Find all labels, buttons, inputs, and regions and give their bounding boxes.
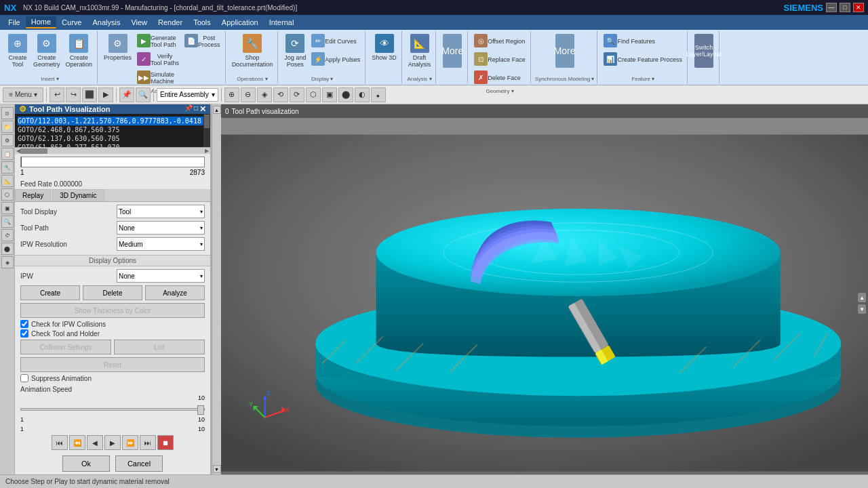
view-btn-4[interactable]: ⟳ — [290, 87, 304, 102]
code-scrollbar[interactable] — [203, 114, 210, 147]
assembly-dropdown[interactable]: Entire Assembly ▾ — [157, 88, 218, 102]
panel-pin-icon[interactable]: 📌 — [184, 104, 193, 114]
toolbar-btn-6[interactable]: 🔍 — [136, 87, 151, 102]
progress-bar[interactable] — [20, 157, 205, 167]
prev-button[interactable]: ◀ — [87, 435, 103, 450]
toolbar-btn-3[interactable]: ⬛ — [82, 87, 97, 102]
tab-replay[interactable]: Replay — [15, 189, 51, 201]
delete-button[interactable]: Delete — [83, 285, 142, 300]
scrollbar-horizontal[interactable]: ◀ ▶ — [15, 147, 210, 154]
properties-button[interactable]: ⚙ Properties — [102, 33, 134, 87]
generate-toolpath-button[interactable]: ▶ GenerateTool Path — [135, 33, 181, 50]
delete-face-button[interactable]: ✗ Delete Face — [472, 69, 528, 87]
menu-view[interactable]: View — [125, 17, 153, 28]
sidebar-btn-9[interactable]: 🔍 — [1, 216, 14, 228]
menu-render[interactable]: Render — [153, 17, 188, 28]
reset-button[interactable]: Reset — [20, 357, 205, 372]
close-button[interactable]: ✕ — [853, 3, 864, 12]
play-button[interactable]: ▶ — [104, 435, 121, 450]
list-button[interactable]: List — [114, 340, 205, 354]
more-display-button[interactable]: More — [440, 33, 465, 70]
next-fast-button[interactable]: ⏩ — [122, 435, 138, 450]
menu-application[interactable]: Application — [216, 17, 264, 28]
suppress-anim-checkbox[interactable] — [20, 374, 28, 382]
create-tool-button[interactable]: ⊕ CreateTool — [5, 33, 30, 69]
cancel-button[interactable]: Cancel — [115, 455, 163, 472]
toolbar-btn-2[interactable]: ↪ — [66, 87, 81, 102]
toolbar-btn-1[interactable]: ↩ — [50, 87, 64, 102]
menu-file[interactable]: File — [3, 17, 26, 28]
sidebar-btn-11[interactable]: ⬤ — [1, 243, 14, 255]
offset-region-button[interactable]: ◎ Offset Region — [472, 33, 528, 50]
sidebar-btn-10[interactable]: ⏱ — [1, 229, 14, 241]
show-3d-button[interactable]: 👁 Show 3D — [370, 33, 399, 62]
anim-slider-thumb[interactable] — [197, 405, 204, 415]
sidebar-btn-6[interactable]: 📐 — [1, 175, 14, 187]
sidebar-btn-12[interactable]: ◈ — [1, 256, 14, 268]
menu-analysis[interactable]: Analysis — [87, 17, 125, 28]
show-thickness-button[interactable]: Show Thickness by Color — [20, 303, 205, 318]
view-btn-2[interactable]: ◈ — [257, 87, 272, 102]
menu-tools[interactable]: Tools — [188, 17, 216, 28]
stop-button[interactable]: ⏹ — [157, 435, 174, 450]
tab-3d-dynamic[interactable]: 3D Dynamic — [52, 189, 104, 201]
viewport[interactable]: 0 Tool Path visualization — [221, 104, 868, 474]
sidebar-btn-2[interactable]: 📁 — [1, 121, 14, 133]
sidebar-btn-3[interactable]: ⚙ — [1, 134, 14, 146]
menu-home[interactable]: Home — [26, 16, 56, 28]
tool-display-select[interactable]: Tool ▾ — [117, 205, 205, 218]
create-button[interactable]: Create — [20, 285, 80, 300]
view-btn-3[interactable]: ⟲ — [273, 87, 288, 102]
sidebar-btn-1[interactable]: ⊙ — [1, 107, 14, 119]
ipw-res-label: IPW Resolution — [20, 241, 81, 248]
ipw-select[interactable]: None ▾ — [117, 269, 205, 283]
verify-toolpaths-button[interactable]: ✓ VerifyTool Paths — [135, 51, 181, 68]
view-btn-9[interactable]: ⬥ — [371, 87, 386, 102]
find-features-button[interactable]: 🔍 Find Features — [601, 33, 684, 50]
first-button[interactable]: ⏮ — [52, 435, 68, 450]
snap-btn[interactable]: ⊕ — [224, 87, 239, 102]
view-btn-8[interactable]: ◐ — [355, 87, 370, 102]
sidebar-btn-4[interactable]: 📋 — [1, 148, 14, 160]
replace-face-button[interactable]: ⊡ Replace Face — [472, 51, 528, 68]
edge-collapse-up[interactable]: ▲ — [213, 106, 221, 114]
draft-analysis-button[interactable]: 📐 DraftAnalysis — [406, 33, 433, 69]
tool-path-select[interactable]: None ▾ — [117, 221, 205, 235]
ok-button[interactable]: Ok — [62, 455, 110, 472]
toolbar-btn-4[interactable]: ▶ — [98, 87, 113, 102]
create-feature-process-button[interactable]: 📊 Create Feature Process — [601, 51, 684, 68]
ipw-res-select[interactable]: Medium ▾ — [117, 237, 205, 251]
panel-expand-icon[interactable]: □ — [194, 104, 198, 114]
view-btn-6[interactable]: ▣ — [322, 87, 337, 102]
collision-settings-button[interactable]: Collision Settings — [20, 340, 111, 354]
sidebar-btn-8[interactable]: ▣ — [1, 202, 14, 214]
toolbar-btn-5[interactable]: 📌 — [119, 87, 134, 102]
prev-fast-button[interactable]: ⏪ — [69, 435, 85, 450]
sidebar-btn-5[interactable]: 🔧 — [1, 161, 14, 174]
view-btn-5[interactable]: ⬡ — [306, 87, 321, 102]
check-ipw-checkbox[interactable] — [20, 320, 28, 328]
edge-collapse-down[interactable]: ▼ — [213, 465, 221, 473]
jog-poses-button[interactable]: ⟳ Jog andPoses — [282, 33, 308, 69]
minimize-button[interactable]: — — [826, 3, 837, 12]
menu-internal[interactable]: Internal — [264, 17, 300, 28]
menu-toggle-button[interactable]: ≡ Menu ▾ — [3, 87, 43, 102]
view-btn-7[interactable]: ⬤ — [338, 87, 353, 102]
create-operation-button[interactable]: 📋 CreateOperation — [64, 33, 95, 69]
more-geometry-button[interactable]: More — [553, 33, 577, 70]
maximize-button[interactable]: □ — [840, 3, 850, 12]
analyze-button[interactable]: Analyze — [145, 285, 205, 300]
sidebar-btn-7[interactable]: ⬡ — [1, 188, 14, 201]
last-button[interactable]: ⏭ — [140, 435, 156, 450]
create-geometry-button[interactable]: ⚙ CreateGeometry — [31, 33, 62, 69]
simulate-button[interactable]: ▶▶ SimulateMachine — [135, 69, 181, 87]
check-tool-checkbox[interactable] — [20, 329, 28, 338]
menu-curve[interactable]: Curve — [56, 17, 87, 28]
panel-close-button[interactable]: ✕ — [199, 104, 206, 114]
apply-pulses-button[interactable]: ⚡ Apply Pulses — [309, 51, 362, 68]
edit-curves-button[interactable]: ✏ Edit Curves — [309, 33, 362, 50]
post-process-button[interactable]: 📄 PostProcess — [182, 33, 222, 50]
shop-docs-button[interactable]: 🔧 ShopDocumentation — [230, 33, 275, 69]
view-btn-1[interactable]: ⊖ — [241, 87, 256, 102]
switch-layer-button[interactable]: Switch Layer/Layout — [692, 33, 716, 70]
